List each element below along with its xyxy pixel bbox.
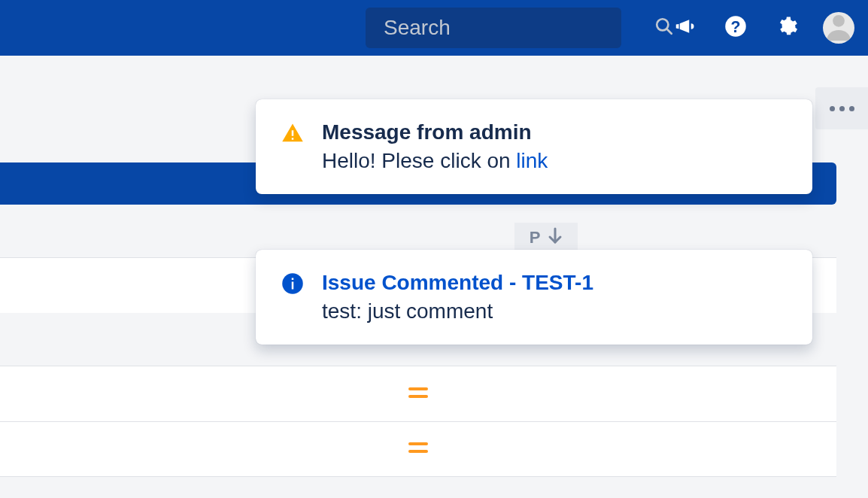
column-sort-label: P <box>530 228 541 247</box>
svg-point-14 <box>833 15 845 27</box>
announcements-button[interactable] <box>669 13 700 43</box>
info-icon <box>281 272 304 295</box>
search-box[interactable] <box>366 8 621 48</box>
priority-medium-icon <box>408 441 428 457</box>
svg-rect-9 <box>292 278 294 281</box>
notification-body: test: just comment <box>322 299 791 323</box>
help-button[interactable]: ? <box>721 13 751 43</box>
notification-link[interactable]: link <box>516 149 548 172</box>
gear-icon <box>775 15 798 41</box>
svg-rect-5 <box>292 130 294 136</box>
notification-body-text: Hello! Plese click on <box>322 149 516 172</box>
table-row[interactable] <box>0 366 836 421</box>
notification-title-link[interactable]: Issue Commented - TEST-1 <box>322 271 791 295</box>
column-sort-badge[interactable]: P <box>514 223 578 253</box>
svg-rect-6 <box>292 138 294 140</box>
notification-admin-message: Message from admin Hello! Plese click on… <box>256 99 812 194</box>
notification-title: Message from admin <box>322 120 791 144</box>
profile-avatar[interactable] <box>823 12 854 44</box>
ellipsis-icon <box>830 106 835 111</box>
help-icon: ? <box>724 15 747 41</box>
svg-text:?: ? <box>731 18 741 36</box>
ellipsis-icon <box>849 106 854 111</box>
table-row[interactable] <box>0 421 836 477</box>
top-navbar: ? <box>0 0 868 56</box>
notification-issue-commented: Issue Commented - TEST-1 test: just comm… <box>256 250 812 345</box>
megaphone-icon <box>673 15 696 41</box>
priority-medium-icon <box>408 386 428 402</box>
ellipsis-icon <box>839 106 845 111</box>
notification-body: Hello! Plese click on link <box>322 149 791 173</box>
more-button[interactable] <box>815 87 868 129</box>
svg-rect-8 <box>292 282 294 290</box>
arrow-down-icon <box>548 227 563 248</box>
alert-icon <box>281 122 304 144</box>
search-input[interactable] <box>382 15 654 41</box>
avatar-icon <box>823 12 854 44</box>
settings-button[interactable] <box>772 13 802 43</box>
